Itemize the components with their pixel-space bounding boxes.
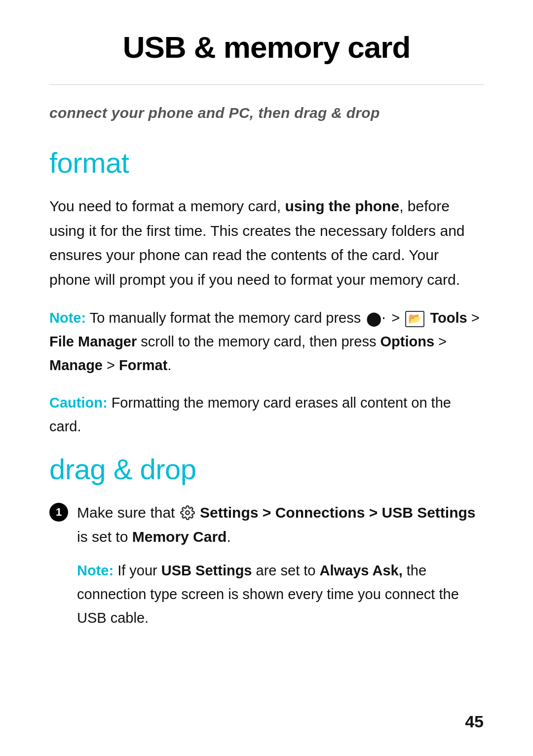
page-number: 45 bbox=[465, 712, 484, 731]
format-caution: Caution: Formatting the memory card eras… bbox=[49, 391, 484, 439]
memory-card-label: Memory Card bbox=[132, 529, 227, 545]
format-body-text: You need to format a memory card, using … bbox=[49, 194, 484, 292]
item-1-note: Note: If your USB Settings are set to Al… bbox=[77, 559, 484, 630]
caution-label: Caution: bbox=[49, 395, 108, 411]
svg-point-0 bbox=[186, 511, 190, 515]
title-divider bbox=[49, 84, 484, 85]
subtitle: connect your phone and PC, then drag & d… bbox=[49, 105, 484, 121]
make-sure-text: Make sure that bbox=[77, 504, 179, 521]
tools-label: Tools bbox=[430, 310, 467, 326]
item-1-note-label: Note: bbox=[77, 563, 114, 578]
options-label: Options bbox=[380, 334, 434, 349]
note-label: Note: bbox=[49, 310, 86, 326]
settings-gear-icon bbox=[180, 505, 195, 520]
format-label: Format bbox=[119, 357, 167, 373]
item-number-1: 1 bbox=[49, 503, 68, 522]
joystick-icon: ⬤‧ bbox=[366, 307, 386, 330]
tools-icon: 📂 bbox=[405, 311, 424, 327]
always-ask-bold: Always Ask, bbox=[320, 563, 403, 578]
drag-drop-section-heading: drag & drop bbox=[49, 453, 484, 486]
manage-label: Manage bbox=[49, 357, 103, 373]
is-set-to-text: is set to bbox=[77, 529, 132, 545]
item-1-note-text: Note: If your USB Settings are set to Al… bbox=[77, 559, 484, 630]
file-manager-label: File Manager bbox=[49, 334, 137, 349]
settings-connections-usb-label: Settings > Connections > USB Settings bbox=[200, 504, 475, 521]
format-note: Note: To manually format the memory card… bbox=[49, 306, 484, 378]
usb-settings-bold: USB Settings bbox=[161, 563, 252, 578]
bold-using-the-phone: using the phone bbox=[285, 198, 399, 214]
numbered-item-1: 1 Make sure that Settings > Connections … bbox=[49, 500, 484, 549]
item-1-text: Make sure that Settings > Connections > … bbox=[77, 500, 484, 549]
page-title: USB & memory card bbox=[49, 30, 484, 65]
format-section-heading: format bbox=[49, 146, 484, 179]
